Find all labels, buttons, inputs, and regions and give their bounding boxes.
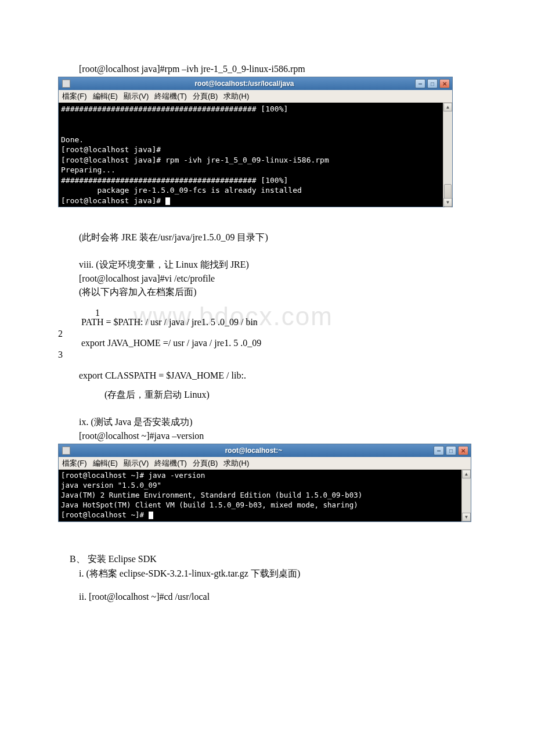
section-b-title: B、 安装 Eclipse SDK: [70, 553, 476, 566]
step-b-i: i. (将档案 eclipse-SDK-3.2.1-linux-gtk.tar.…: [79, 568, 476, 580]
cursor: [149, 512, 153, 519]
window-controls: [415, 79, 450, 88]
terminal-window-1: root@localhost:/usr/local/java 檔案(F) 編輯(…: [58, 77, 453, 207]
code-num-3: 3: [58, 350, 60, 360]
maximize-button[interactable]: [446, 446, 456, 455]
menu-view[interactable]: 顯示(V): [124, 91, 149, 102]
terminal-title: root@localhost:~: [74, 447, 434, 455]
scrollbar[interactable]: [461, 470, 471, 521]
terminal-output[interactable]: [root@localhost ~]# java -version java v…: [59, 470, 461, 521]
close-button[interactable]: [439, 79, 450, 88]
menu-edit[interactable]: 編輯(E): [93, 458, 118, 469]
terminal-title: root@localhost:/usr/local/java: [74, 80, 415, 88]
code-num-2: 2: [58, 329, 60, 339]
code-line-classpath: export CLASSPATH = $JAVA_HOME / lib:.: [79, 370, 476, 381]
terminal-icon: [62, 447, 70, 455]
scrollbar[interactable]: [443, 103, 452, 207]
menu-tabs[interactable]: 分頁(B): [193, 91, 218, 102]
step-b-ii: ii. [root@localhost ~]#cd /usr/local: [79, 592, 476, 602]
menu-help[interactable]: 求助(H): [223, 91, 249, 102]
terminal-titlebar[interactable]: root@localhost:/usr/local/java: [59, 77, 452, 90]
menu-view[interactable]: 顯示(V): [124, 458, 149, 469]
terminal-output[interactable]: ########################################…: [59, 103, 443, 207]
scroll-down-button[interactable]: [443, 198, 452, 207]
step-ix-title: ix. (测试 Java 是否安装成功): [79, 416, 476, 429]
window-controls: [434, 446, 468, 455]
terminal-window-2: root@localhost:~ 檔案(F) 編輯(E) 顯示(V) 終端機(T…: [58, 444, 471, 521]
terminal-titlebar[interactable]: root@localhost:~: [59, 444, 471, 457]
cmd-rpm-install: [root@localhost java]#rpm –ivh jre-1_5_0…: [79, 64, 476, 74]
terminal-menubar: 檔案(F) 編輯(E) 顯示(V) 終端機(T) 分頁(B) 求助(H): [59, 457, 471, 470]
menu-terminal[interactable]: 終端機(T): [154, 458, 187, 469]
menu-file[interactable]: 檔案(F): [62, 458, 87, 469]
step-viii-note: (将以下内容加入在档案后面): [79, 286, 476, 298]
scroll-up-button[interactable]: [462, 470, 471, 478]
menu-terminal[interactable]: 終端機(T): [154, 91, 187, 102]
menu-file[interactable]: 檔案(F): [62, 91, 87, 102]
cmd-java-version: [root@localhost ~]#java –version: [79, 431, 476, 441]
jre-install-note: (此时会将 JRE 装在/usr/java/jre1.5.0_09 目录下): [79, 232, 476, 244]
code-line-javahome: export JAVA_HOME =/ usr / java / jre1. 5…: [81, 338, 476, 360]
maximize-button[interactable]: [427, 79, 438, 88]
cursor: [165, 197, 170, 205]
close-button[interactable]: [458, 446, 468, 455]
code-line-path: PATH = $PATH: / usr / java / jre1. 5 .0_…: [81, 317, 476, 339]
terminal-menubar: 檔案(F) 編輯(E) 顯示(V) 終端機(T) 分頁(B) 求助(H): [59, 90, 452, 103]
terminal-icon: [62, 80, 70, 88]
menu-edit[interactable]: 編輯(E): [93, 91, 118, 102]
scroll-down-button[interactable]: [462, 513, 471, 521]
scroll-up-button[interactable]: [443, 103, 452, 111]
minimize-button[interactable]: [434, 446, 444, 455]
menu-help[interactable]: 求助(H): [223, 458, 249, 469]
cmd-vi-profile: [root@localhost java]#vi /etc/profile: [79, 273, 476, 284]
save-reboot-note: (存盘后，重新启动 Linux): [104, 389, 476, 401]
minimize-button[interactable]: [415, 79, 425, 88]
step-viii-title: viii. (设定环境变量，让 Linux 能找到 JRE): [79, 259, 476, 271]
menu-tabs[interactable]: 分頁(B): [193, 458, 218, 469]
